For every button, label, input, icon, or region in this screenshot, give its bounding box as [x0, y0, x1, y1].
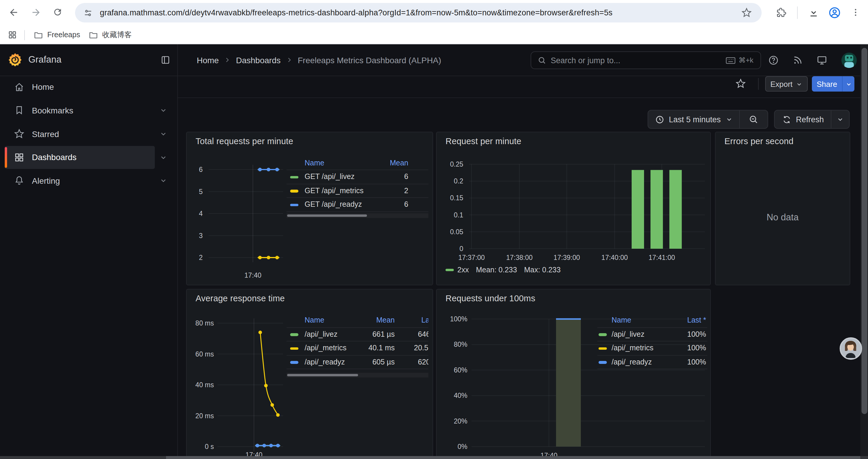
series-value: 620 µs: [286, 355, 428, 369]
series-color-pill: [445, 269, 454, 271]
series-value: 100%: [597, 328, 706, 341]
chevron-down-icon[interactable]: [159, 177, 168, 184]
profile-icon[interactable]: [829, 6, 841, 19]
svg-text:40 ms: 40 ms: [195, 381, 214, 389]
zoom-out-icon[interactable]: [740, 114, 768, 124]
horizontal-scrollbar[interactable]: [0, 456, 868, 459]
help-icon[interactable]: [768, 55, 779, 65]
sidebar-item-bookmarks[interactable]: Bookmarks: [5, 99, 155, 122]
sidebar-item-alerting[interactable]: Alerting: [5, 169, 155, 192]
brand-name[interactable]: Grafana: [28, 54, 61, 65]
time-range-label[interactable]: Last 5 minutes: [669, 115, 721, 124]
legend-row[interactable]: GET /api/_livez6: [286, 170, 428, 184]
url-bar[interactable]: grafana.mathmast.com/d/deytv4rwavabkb/fr…: [75, 3, 762, 23]
user-avatar[interactable]: [841, 52, 857, 68]
legend-row[interactable]: /api/_metrics100%: [597, 341, 707, 355]
forward-icon[interactable]: [31, 7, 41, 18]
refresh-control: Refresh: [774, 110, 850, 129]
legend-row[interactable]: /api/_livez661 µs646 µs: [286, 328, 428, 341]
star-icon: [14, 129, 24, 139]
legend-scrollbar[interactable]: [286, 373, 428, 378]
legend-row[interactable]: /api/_readyz100%: [597, 355, 707, 369]
chevron-down-icon: [725, 116, 733, 123]
breadcrumb: Home Dashboards Freeleaps Metrics Dashbo…: [197, 44, 441, 76]
no-data-message: No data: [716, 212, 850, 223]
legend-col-value: Last *: [597, 314, 706, 328]
share-button[interactable]: Share: [812, 76, 855, 92]
legend-header: NameLast *: [597, 314, 707, 328]
sidebar-item-dashboards[interactable]: Dashboards: [5, 145, 155, 169]
legend-row[interactable]: /api/_metrics40.1 ms20.5 ms: [286, 341, 428, 355]
refresh-interval-dropdown[interactable]: [832, 116, 849, 123]
reload-icon[interactable]: [53, 7, 63, 17]
refresh-label[interactable]: Refresh: [796, 115, 824, 124]
legend-row[interactable]: GET /api/_readyz6: [286, 198, 428, 212]
news-rss-icon[interactable]: [793, 55, 803, 65]
sidebar-item-home[interactable]: Home: [5, 75, 155, 98]
panel-title[interactable]: Errors per second: [724, 136, 794, 146]
legend-table: NameMeanLast */api/_livez661 µs646 µs/ap…: [286, 314, 428, 379]
panel-errors-per-second: Errors per second No data: [715, 132, 850, 285]
svg-text:40%: 40%: [454, 392, 467, 399]
scrollbar-thumb[interactable]: [166, 456, 860, 459]
apps-grid-icon[interactable]: [8, 30, 17, 40]
series-value: 6: [286, 198, 408, 212]
bookmark-folder-freeleaps[interactable]: Freeleaps: [34, 25, 80, 44]
screen: grafana.mathmast.com/d/deytv4rwavabkb/fr…: [0, 0, 868, 459]
svg-text:100%: 100%: [450, 315, 467, 323]
svg-text:17:38:00: 17:38:00: [506, 254, 533, 261]
bookmarks-bar: Freeleaps 收藏博客: [0, 25, 868, 44]
search-bar[interactable]: ⌘+k: [531, 52, 761, 69]
assistant-avatar[interactable]: [840, 337, 862, 360]
panel-request-per-minute: Request per minute 0.250.20.150.10.05017…: [436, 132, 711, 285]
svg-text:17:39:00: 17:39:00: [554, 254, 580, 261]
series-value: 2: [286, 184, 408, 198]
breadcrumb-home[interactable]: Home: [197, 55, 219, 65]
dashboards-grid-icon: [14, 152, 24, 162]
scrollbar-thumb[interactable]: [287, 215, 367, 217]
legend-scrollbar[interactable]: [286, 213, 428, 218]
favorite-star-icon[interactable]: [736, 78, 746, 89]
svg-text:0%: 0%: [458, 443, 467, 451]
site-info-icon[interactable]: [83, 8, 93, 18]
export-button[interactable]: Export: [765, 76, 808, 92]
sidebar-border: [177, 44, 178, 456]
svg-text:0 s: 0 s: [205, 443, 214, 451]
sidebar-toggle-icon[interactable]: [161, 55, 170, 65]
monitor-icon[interactable]: [816, 55, 827, 65]
svg-text:5: 5: [199, 188, 203, 196]
chevron-down-icon[interactable]: [159, 106, 168, 114]
share-dropdown[interactable]: [843, 80, 855, 87]
search-shortcut: ⌘+k: [725, 56, 753, 64]
legend-header: NameMeanLast *: [286, 314, 428, 328]
chevron-down-icon[interactable]: [159, 130, 168, 138]
search-input[interactable]: [551, 56, 725, 65]
legend-row[interactable]: GET /api/_metrics2: [286, 184, 428, 198]
vertical-scrollbar[interactable]: [860, 44, 868, 456]
bookmark-star-icon[interactable]: [742, 8, 752, 18]
menu-dots-icon[interactable]: [851, 7, 860, 18]
series-value: 6: [286, 170, 408, 184]
scrollbar-thumb[interactable]: [861, 48, 867, 414]
back-icon[interactable]: [8, 7, 19, 18]
svg-text:0.1: 0.1: [454, 211, 463, 219]
chevron-right-icon: [286, 57, 292, 63]
svg-text:17:41:00: 17:41:00: [649, 254, 675, 261]
scrollbar-thumb[interactable]: [287, 374, 358, 376]
breadcrumb-dashboards[interactable]: Dashboards: [236, 55, 281, 65]
series-value: 646 µs: [286, 328, 428, 341]
grafana-logo[interactable]: [8, 53, 23, 67]
bookmark-folder-blogs[interactable]: 收藏博客: [89, 25, 132, 44]
sidebar-item-starred[interactable]: Starred: [5, 122, 155, 145]
refresh-icon[interactable]: [782, 115, 791, 124]
svg-text:3: 3: [199, 232, 203, 239]
chart-request-per-minute: 0.250.20.150.10.05017:37:0017:38:0017:39…: [437, 132, 711, 286]
extensions-icon[interactable]: [776, 7, 786, 18]
legend-row[interactable]: /api/_readyz605 µs620 µs: [286, 355, 428, 369]
download-icon[interactable]: [808, 7, 819, 18]
legend-row[interactable]: /api/_livez100%: [597, 328, 707, 341]
url-text[interactable]: grafana.mathmast.com/d/deytv4rwavabkb/fr…: [100, 8, 613, 17]
legend-line[interactable]: 2xx Mean: 0.233 Max: 0.233: [445, 266, 561, 274]
chevron-down-icon[interactable]: [159, 153, 168, 161]
svg-text:17:40:00: 17:40:00: [601, 254, 628, 261]
